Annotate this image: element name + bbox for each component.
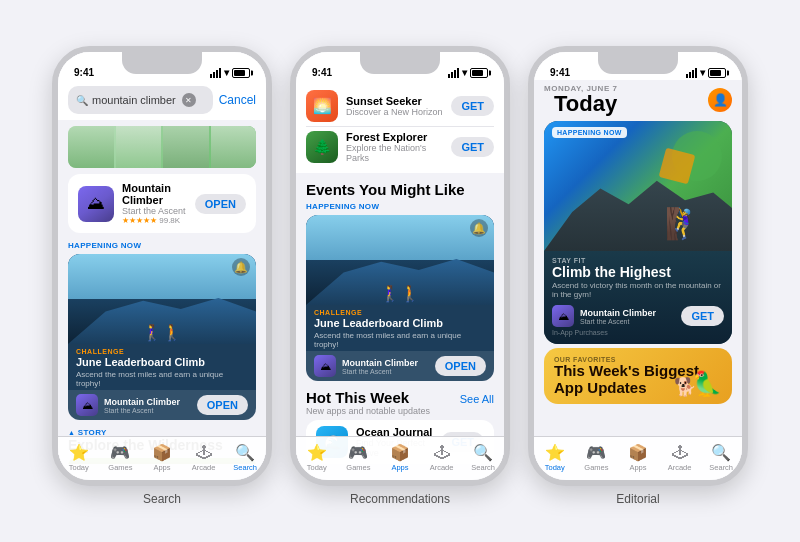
- battery-icon-2: [470, 68, 488, 78]
- tab-apps-1[interactable]: 📦 Apps: [141, 443, 183, 472]
- today-icon-2: ⭐: [307, 443, 327, 462]
- search-query-text: mountain climber: [92, 94, 176, 106]
- hero-happening-badge: HAPPENING NOW: [552, 127, 627, 138]
- status-icons-2: ▾: [448, 67, 488, 78]
- tab-games-3[interactable]: 🎮 Games: [576, 443, 618, 472]
- apps-icon-2: 📦: [390, 443, 410, 462]
- editorial-get-btn[interactable]: GET: [681, 306, 724, 326]
- event-app-name-2: Mountain Climber: [342, 358, 429, 368]
- phone-label-editorial: Editorial: [616, 492, 659, 506]
- editorial-app-sub: Start the Ascent: [580, 318, 675, 325]
- event-bell-1[interactable]: 🔔: [232, 258, 250, 276]
- search-icon-1: 🔍: [76, 95, 88, 106]
- tab-arcade-1[interactable]: 🕹 Arcade: [183, 444, 225, 472]
- editorial-app-name: Mountain Climber: [580, 308, 675, 318]
- editorial-app-icon: ⛰: [552, 305, 574, 327]
- events-section-title: Events You Might Like: [296, 173, 504, 200]
- event-app-info-1: Mountain Climber Start the Ascent: [104, 397, 191, 414]
- status-bar-editorial: 9:41 ▾: [534, 52, 742, 80]
- tab-search-1[interactable]: 🔍 Search: [224, 443, 266, 472]
- screen-editorial: 9:41 ▾ Monday, June 7 Today: [534, 52, 742, 480]
- sunset-sub: Discover a New Horizon: [346, 107, 443, 117]
- search-input-box[interactable]: 🔍 mountain climber ✕: [68, 86, 213, 114]
- happening-badge-1: HAPPENING NOW: [58, 239, 266, 250]
- tab-bar-editorial: ⭐ Today 🎮 Games 📦 Apps 🕹 Arcade: [534, 436, 742, 480]
- tab-today-2[interactable]: ⭐ Today: [296, 443, 338, 472]
- forest-sub: Explore the Nation's Parks: [346, 143, 443, 163]
- phone-label-search: Search: [143, 492, 181, 506]
- event-bell-2[interactable]: 🔔: [470, 219, 488, 237]
- sunset-get-btn[interactable]: GET: [451, 96, 494, 116]
- today-icon-1: ⭐: [69, 443, 89, 462]
- event-app-row-1: ⛰ Mountain Climber Start the Ascent OPEN: [68, 390, 256, 420]
- tab-search-2[interactable]: 🔍 Search: [462, 443, 504, 472]
- arcade-label-3: Arcade: [668, 463, 692, 472]
- tab-today-1[interactable]: ⭐ Today: [58, 443, 100, 472]
- reco-app-sunset[interactable]: 🌅 Sunset Seeker Discover a New Horizon G…: [306, 86, 494, 126]
- event-app-sub-1: Start the Ascent: [104, 407, 191, 414]
- games-icon-2: 🎮: [348, 443, 368, 462]
- event-app-row-2: ⛰ Mountain Climber Start the Ascent OPEN: [306, 351, 494, 381]
- tab-apps-2[interactable]: 📦 Apps: [379, 443, 421, 472]
- golden-card[interactable]: OUR FAVORITES This Week's Biggest App Up…: [544, 348, 732, 404]
- event-sky-1: [68, 254, 256, 299]
- tab-bar-reco: ⭐ Today 🎮 Games 📦 Apps 🕹 Arcade: [296, 436, 504, 480]
- tab-search-3[interactable]: 🔍 Search: [700, 443, 742, 472]
- today-screen-content: Monday, June 7 Today 👤 🧗‍♀️: [534, 80, 742, 464]
- tab-apps-3[interactable]: 📦 Apps: [617, 443, 659, 472]
- arcade-label-2: Arcade: [430, 463, 454, 472]
- screen-reco: 9:41 ▾ 🌅 Sun: [296, 52, 504, 480]
- search-label-2: Search: [471, 463, 495, 472]
- event-title-2: June Leaderboard Climb: [306, 316, 494, 331]
- event-title-1: June Leaderboard Climb: [68, 355, 256, 370]
- app-stars-1: ★★★★★ 99.8K: [122, 216, 187, 225]
- event-app-info-2: Mountain Climber Start the Ascent: [342, 358, 429, 375]
- event-card-2[interactable]: 🚶‍♀️🚶 🔔 CHALLENGE June Leaderboard Climb…: [306, 215, 494, 381]
- event-app-name-1: Mountain Climber: [104, 397, 191, 407]
- clear-search-button[interactable]: ✕: [182, 93, 196, 107]
- editorial-hero-image: 🧗‍♀️ HAPPENING NOW: [544, 121, 732, 251]
- tab-games-1[interactable]: 🎮 Games: [100, 443, 142, 472]
- forest-name: Forest Explorer: [346, 131, 443, 143]
- today-label-3: Today: [545, 463, 565, 472]
- event-people-2: 🚶‍♀️🚶: [380, 284, 420, 303]
- map-tile-3: [163, 126, 209, 168]
- tab-today-3[interactable]: ⭐ Today: [534, 443, 576, 472]
- forest-get-btn[interactable]: GET: [451, 137, 494, 157]
- battery-icon-1: [232, 68, 250, 78]
- wifi-icon-1: ▾: [224, 67, 229, 78]
- phone-reco-wrapper: 9:41 ▾ 🌅 Sun: [290, 46, 510, 506]
- event-open-button-2[interactable]: OPEN: [435, 356, 486, 376]
- app-info-1: Mountain Climber Start the Ascent ★★★★★ …: [122, 182, 187, 225]
- happening-badge-2: HAPPENING NOW: [296, 200, 504, 211]
- search-icon-tab-3: 🔍: [711, 443, 731, 462]
- event-sky-2: [306, 215, 494, 260]
- sunset-info: Sunset Seeker Discover a New Horizon: [346, 95, 443, 117]
- tab-arcade-2[interactable]: 🕹 Arcade: [421, 444, 463, 472]
- wifi-icon-2: ▾: [462, 67, 467, 78]
- editorial-headline: Climb the Highest: [552, 264, 724, 280]
- editorial-hero-card[interactable]: 🧗‍♀️ HAPPENING NOW STAY FIT Climb the Hi…: [544, 121, 732, 344]
- editorial-eyebrow: STAY FIT: [552, 257, 724, 264]
- tab-arcade-3[interactable]: 🕹 Arcade: [659, 444, 701, 472]
- event-bg-1: 🚶‍♀️🚶 🔔: [68, 254, 256, 344]
- event-app-icon-1: ⛰: [76, 394, 98, 416]
- status-time-3: 9:41: [550, 67, 570, 78]
- app-result-row[interactable]: ⛰ Mountain Climber Start the Ascent ★★★★…: [68, 174, 256, 233]
- event-open-button-1[interactable]: OPEN: [197, 395, 248, 415]
- user-avatar[interactable]: 👤: [708, 88, 732, 112]
- event-card-1[interactable]: 🚶‍♀️🚶 🔔 CHALLENGE June Leaderboard Climb…: [68, 254, 256, 420]
- open-button-1[interactable]: OPEN: [195, 194, 246, 214]
- today-icon-3: ⭐: [545, 443, 565, 462]
- see-all-button[interactable]: See All: [460, 393, 494, 405]
- mountain-climber-icon: ⛰: [78, 186, 114, 222]
- phone-editorial: 9:41 ▾ Monday, June 7 Today: [528, 46, 748, 486]
- status-bar-reco: 9:41 ▾: [296, 52, 504, 80]
- status-icons-1: ▾: [210, 67, 250, 78]
- reco-app-forest[interactable]: 🌲 Forest Explorer Explore the Nation's P…: [306, 126, 494, 167]
- tab-games-2[interactable]: 🎮 Games: [338, 443, 380, 472]
- search-cancel-button[interactable]: Cancel: [219, 93, 256, 107]
- forest-icon: 🌲: [306, 131, 338, 163]
- event-label-2: CHALLENGE: [306, 305, 494, 316]
- status-bar-search: 9:41 ▾: [58, 52, 266, 80]
